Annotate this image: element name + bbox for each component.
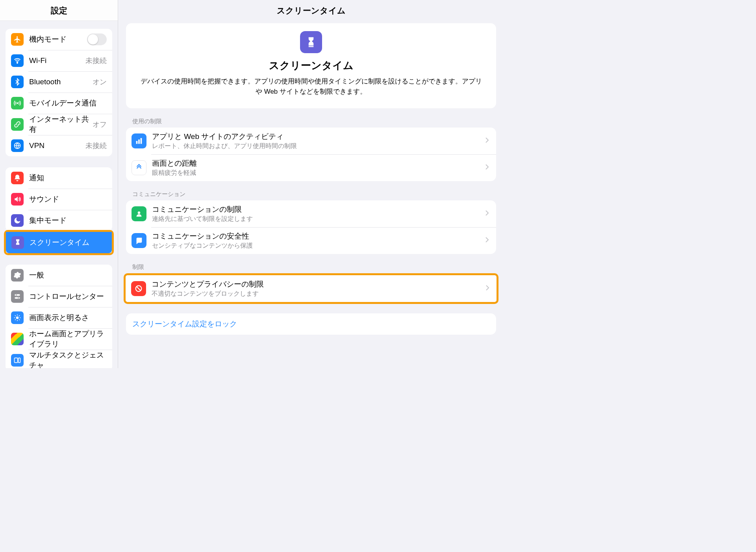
svg-rect-11 (138, 139, 140, 144)
row-subtitle: レポート、休止時間および、アプリ使用時間の制限 (152, 142, 485, 150)
svg-rect-10 (136, 141, 138, 144)
sidebar-item-airplane[interactable]: 機内モード (6, 29, 112, 50)
sidebar-item-controlcenter[interactable]: コントロールセンター (6, 286, 112, 307)
sidebar-item-multitask[interactable]: マルチタスクとジェスチャ (6, 350, 112, 368)
sidebar-item-value: オン (93, 77, 107, 87)
sidebar-item-sounds[interactable]: サウンド (6, 189, 112, 210)
svg-point-13 (138, 211, 140, 214)
person-bubble-icon (132, 206, 146, 221)
sidebar-item-label: Bluetooth (29, 78, 93, 86)
globe-icon (11, 139, 24, 152)
sidebar-item-value: 未接続 (85, 141, 107, 150)
bluetooth-icon (11, 76, 24, 88)
sidebar-item-general[interactable]: 一般 (6, 265, 112, 286)
svg-rect-8 (15, 358, 18, 363)
detail-title: スクリーンタイム (118, 0, 504, 21)
row-title: コミュニケーションの制限 (152, 204, 485, 215)
sidebar-item-label: サウンド (29, 194, 107, 204)
detail-highlight: コンテンツとプライバシーの制限 不適切なコンテンツをブロックします (124, 273, 498, 304)
detail-pane[interactable]: スクリーンタイム スクリーンタイム デバイスの使用時間を把握できます。アプリの使… (118, 0, 504, 368)
link-icon (11, 118, 24, 131)
apps-grid-icon (11, 333, 24, 345)
sidebar-item-notifications[interactable]: 通知 (6, 167, 112, 189)
sidebar-item-label: Wi-Fi (29, 56, 85, 65)
bar-chart-icon (132, 133, 146, 148)
hero-description: デバイスの使用時間を把握できます。アプリの使用時間や使用タイミングに制限を設ける… (138, 76, 484, 97)
no-sign-icon (131, 281, 146, 296)
sidebar-item-bluetooth[interactable]: Bluetooth オン (6, 71, 112, 93)
row-content-privacy[interactable]: コンテンツとプライバシーの制限 不適切なコンテンツをブロックします (126, 275, 497, 302)
sidebar-item-value: オフ (93, 120, 107, 129)
row-app-web-activity[interactable]: アプリと Web サイトのアクティビティ レポート、休止時間および、アプリ使用時… (126, 128, 496, 154)
row-subtitle: 不適切なコンテンツをブロックします (152, 290, 485, 298)
chevron-right-icon (485, 209, 491, 218)
svg-point-1 (17, 103, 18, 104)
sidebar-item-vpn[interactable]: VPN 未接続 (6, 135, 112, 156)
sidebar-item-label: スクリーンタイム (30, 237, 106, 248)
chat-shield-icon (132, 233, 146, 248)
sidebar-highlight: スクリーンタイム (4, 230, 114, 255)
sidebar-item-hotspot[interactable]: インターネット共有 オフ (6, 114, 112, 135)
wifi-icon (11, 54, 24, 67)
settings-sidebar[interactable]: 設定 機内モード Wi-Fi 未接続 Bluetoo (0, 0, 118, 368)
svg-point-6 (18, 297, 19, 299)
sidebar-item-value: 未接続 (85, 56, 107, 65)
detail-group-restrictions: コンテンツとプライバシーの制限 不適切なコンテンツをブロックします (126, 275, 497, 302)
sidebar-item-label: コントロールセンター (29, 291, 107, 302)
sidebar-item-cellular[interactable]: モバイルデータ通信 (6, 93, 112, 114)
svg-point-0 (17, 63, 18, 63)
row-title: コンテンツとプライバシーの制限 (152, 279, 485, 289)
sidebar-item-wifi[interactable]: Wi-Fi 未接続 (6, 50, 112, 71)
section-label-usage: 使用の制限 (132, 118, 490, 125)
hourglass-icon (300, 31, 322, 53)
row-subtitle: 連絡先に基づいて制限を設定します (152, 215, 485, 223)
moon-icon (11, 214, 24, 227)
sidebar-item-screentime[interactable]: スクリーンタイム (6, 232, 112, 253)
chevron-right-icon (485, 163, 491, 172)
multitask-icon (11, 354, 24, 367)
hero-heading: スクリーンタイム (138, 59, 484, 72)
row-title: 画面との距離 (152, 158, 485, 169)
sidebar-item-label: 機内モード (29, 34, 87, 44)
section-label-restrictions: 制限 (132, 263, 490, 271)
sidebar-group-general: 一般 コントロールセンター 画面表示と明るさ ホーム画面とアプリライブラリ (6, 265, 112, 368)
airplane-toggle[interactable] (87, 33, 107, 45)
sidebar-item-homescreen[interactable]: ホーム画面とアプリライブラリ (6, 328, 112, 350)
svg-rect-12 (141, 138, 142, 144)
row-comm-safety[interactable]: コミュニケーションの安全性 センシティブなコンテンツから保護 (126, 227, 496, 254)
hourglass-icon (11, 236, 24, 249)
sliders-icon (11, 290, 24, 303)
row-screen-distance[interactable]: 画面との距離 眼精疲労を軽減 (126, 154, 496, 181)
speaker-icon (11, 193, 24, 206)
sidebar-title: 設定 (0, 0, 118, 21)
brightness-icon (11, 311, 24, 324)
sidebar-item-label: 集中モード (29, 215, 107, 226)
bell-icon (11, 172, 24, 184)
detail-group-usage: アプリと Web サイトのアクティビティ レポート、休止時間および、アプリ使用時… (126, 128, 496, 181)
svg-rect-9 (19, 358, 20, 363)
row-subtitle: 眼精疲労を軽減 (152, 169, 485, 177)
chevron-right-icon (485, 236, 491, 245)
chevron-right-icon (485, 136, 491, 145)
svg-point-5 (16, 294, 17, 296)
sidebar-item-label: 画面表示と明るさ (29, 313, 107, 323)
gear-icon (11, 269, 24, 282)
sidebar-item-label: ホーム画面とアプリライブラリ (29, 329, 107, 349)
lock-screentime-link[interactable]: スクリーンタイム設定をロック (126, 313, 496, 335)
row-title: コミュニケーションの安全性 (152, 231, 485, 241)
sidebar-item-focus[interactable]: 集中モード (6, 210, 112, 231)
sidebar-item-label: モバイルデータ通信 (29, 98, 107, 108)
sidebar-item-display[interactable]: 画面表示と明るさ (6, 307, 112, 328)
airplane-icon (11, 33, 24, 46)
row-comm-limits[interactable]: コミュニケーションの制限 連絡先に基づいて制限を設定します (126, 200, 496, 227)
antenna-icon (11, 97, 24, 109)
sidebar-item-label: 通知 (29, 173, 107, 183)
sidebar-item-label: マルチタスクとジェスチャ (29, 350, 107, 368)
hero-card: スクリーンタイム デバイスの使用時間を把握できます。アプリの使用時間や使用タイミ… (126, 23, 496, 108)
section-label-communication: コミュニケーション (132, 191, 490, 198)
row-title: アプリと Web サイトのアクティビティ (152, 132, 485, 142)
chevron-right-icon (485, 284, 491, 293)
sidebar-item-label: VPN (29, 141, 85, 150)
detail-group-communication: コミュニケーションの制限 連絡先に基づいて制限を設定します コミュニケーションの… (126, 200, 496, 254)
sidebar-group-attention: 通知 サウンド 集中モード (6, 167, 112, 231)
